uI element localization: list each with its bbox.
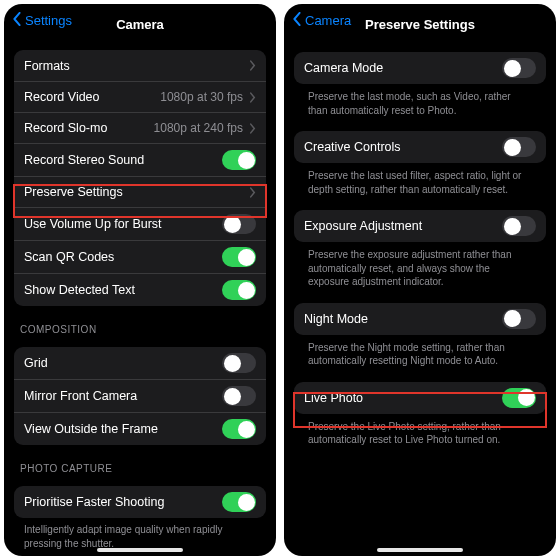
section-header-photo-capture: PHOTO CAPTURE [20,463,262,474]
row-outside-frame: View Outside the Frame [14,412,266,445]
home-indicator[interactable] [377,548,463,552]
back-label: Camera [305,13,351,28]
chevron-right-icon [249,123,256,134]
label: Night Mode [304,312,502,326]
label: Record Stereo Sound [24,153,222,167]
label: Prioritise Faster Shooting [24,495,222,509]
row-camera-mode: Camera Mode [294,52,546,84]
back-button[interactable]: Camera [292,12,351,29]
group-live-photo: Live Photo [294,382,546,414]
footer-night-mode: Preserve the Night mode setting, rather … [294,335,546,368]
label: View Outside the Frame [24,422,222,436]
chevron-right-icon [249,60,256,71]
footer-camera-mode: Preserve the last mode, such as Video, r… [294,84,546,117]
footer-creative-controls: Preserve the last used filter, aspect ra… [294,163,546,196]
nav-bar: Settings Camera [4,4,276,38]
toggle-prioritise-faster[interactable] [222,492,256,512]
row-scan-qr: Scan QR Codes [14,240,266,273]
label: Record Video [24,90,160,104]
group-camera-mode: Camera Mode [294,52,546,84]
row-record-video[interactable]: Record Video 1080p at 30 fps [14,81,266,112]
footer-prioritise: Intelligently adapt image quality when r… [14,518,266,550]
chevron-right-icon [249,92,256,103]
row-stereo-sound: Record Stereo Sound [14,143,266,176]
detail: 1080p at 240 fps [154,121,243,135]
nav-bar: Camera Preserve Settings [284,4,556,38]
row-mirror-front: Mirror Front Camera [14,379,266,412]
toggle-creative-controls[interactable] [502,137,536,157]
group-night-mode: Night Mode [294,303,546,335]
page-title: Camera [116,17,164,32]
back-label: Settings [25,13,72,28]
row-creative-controls: Creative Controls [294,131,546,163]
toggle-outside-frame[interactable] [222,419,256,439]
label: Show Detected Text [24,283,222,297]
row-grid: Grid [14,347,266,379]
row-preserve-settings[interactable]: Preserve Settings [14,176,266,207]
back-button[interactable]: Settings [12,12,72,29]
row-record-slomo[interactable]: Record Slo-mo 1080p at 240 fps [14,112,266,143]
row-detected-text: Show Detected Text [14,273,266,306]
toggle-mirror-front[interactable] [222,386,256,406]
detail: 1080p at 30 fps [160,90,243,104]
row-volume-burst: Use Volume Up for Burst [14,207,266,240]
toggle-night-mode[interactable] [502,309,536,329]
row-formats[interactable]: Formats [14,50,266,81]
row-live-photo: Live Photo [294,382,546,414]
group-photo-capture: Prioritise Faster Shooting [14,486,266,518]
group-exposure-adjustment: Exposure Adjustment [294,210,546,242]
section-header-composition: COMPOSITION [20,324,262,335]
home-indicator[interactable] [97,548,183,552]
chevron-left-icon [12,12,25,29]
label: Camera Mode [304,61,502,75]
label: Scan QR Codes [24,250,222,264]
group-composition: Grid Mirror Front Camera View Outside th… [14,347,266,445]
camera-settings-screen: Settings Camera Formats Record Video 108… [4,4,276,556]
row-prioritise-faster: Prioritise Faster Shooting [14,486,266,518]
chevron-right-icon [249,187,256,198]
toggle-stereo-sound[interactable] [222,150,256,170]
label: Preserve Settings [24,185,249,199]
toggle-volume-burst[interactable] [222,214,256,234]
label: Formats [24,59,249,73]
label: Grid [24,356,222,370]
label: Live Photo [304,391,502,405]
row-exposure-adjustment: Exposure Adjustment [294,210,546,242]
group-creative-controls: Creative Controls [294,131,546,163]
toggle-scan-qr[interactable] [222,247,256,267]
label: Use Volume Up for Burst [24,217,222,231]
toggle-detected-text[interactable] [222,280,256,300]
toggle-grid[interactable] [222,353,256,373]
toggle-camera-mode[interactable] [502,58,536,78]
preserve-settings-screen: Camera Preserve Settings Camera Mode Pre… [284,4,556,556]
toggle-exposure-adjustment[interactable] [502,216,536,236]
group-camera-main: Formats Record Video 1080p at 30 fps Rec… [14,50,266,306]
label: Creative Controls [304,140,502,154]
footer-exposure-adjustment: Preserve the exposure adjustment rather … [294,242,546,289]
footer-live-photo: Preserve the Live Photo setting, rather … [294,414,546,447]
chevron-left-icon [292,12,305,29]
toggle-live-photo[interactable] [502,388,536,408]
label: Mirror Front Camera [24,389,222,403]
row-night-mode: Night Mode [294,303,546,335]
label: Exposure Adjustment [304,219,502,233]
label: Record Slo-mo [24,121,154,135]
page-title: Preserve Settings [365,17,475,32]
